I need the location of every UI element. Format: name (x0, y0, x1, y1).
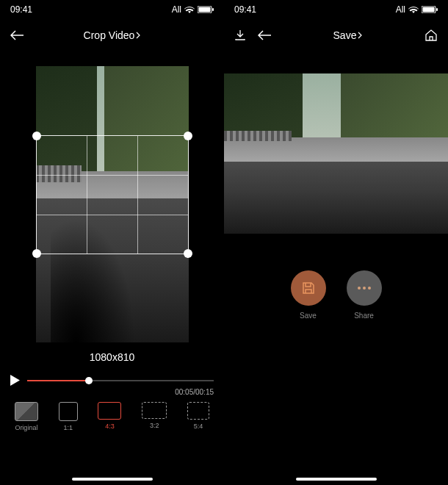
save-result-screen: 09:41 All Save (224, 0, 448, 485)
chevron-right-icon (136, 32, 140, 39)
svg-rect-4 (423, 7, 435, 12)
playback-controls: 00:05/00:15 (0, 375, 224, 386)
svg-point-7 (363, 287, 366, 290)
time-display: 00:05/00:15 (175, 388, 214, 396)
page-title: Save (333, 29, 363, 41)
crop-video-screen: 09:41 All Crop Video (0, 0, 224, 485)
back-icon[interactable] (258, 30, 271, 40)
crop-handle-tl[interactable] (32, 132, 41, 140)
save-button[interactable]: Save (291, 270, 326, 320)
crop-rectangle[interactable] (36, 135, 189, 254)
ratio-3-2[interactable]: 3:2 (142, 402, 167, 431)
carrier-label: All (172, 4, 181, 15)
ratio-4-3[interactable]: 4:3 (98, 402, 121, 431)
wifi-icon (184, 6, 195, 13)
ratio-label: 3:2 (150, 422, 159, 429)
ratio-label: 5:4 (194, 423, 203, 430)
play-icon[interactable] (10, 375, 20, 386)
status-time: 09:41 (10, 4, 32, 15)
chevron-right-icon (358, 32, 362, 39)
back-icon[interactable] (10, 30, 24, 40)
ratio-1-1[interactable]: 1:1 (59, 402, 78, 431)
crop-preview[interactable] (36, 66, 189, 342)
battery-icon (422, 6, 438, 13)
svg-rect-2 (212, 8, 214, 11)
crop-handle-tr[interactable] (184, 132, 192, 140)
scrub-track[interactable] (27, 380, 214, 381)
ratio-5-4[interactable]: 5:4 (187, 402, 209, 431)
status-bar: 09:41 All (0, 0, 224, 19)
status-time: 09:41 (234, 4, 256, 15)
wifi-icon (408, 6, 419, 13)
action-row: Save Share (224, 270, 448, 320)
home-indicator[interactable] (296, 478, 377, 481)
battery-icon (198, 6, 214, 13)
share-label: Share (354, 312, 374, 320)
aspect-ratio-bar: Original 1:1 4:3 3:2 5:4 (0, 402, 224, 431)
svg-point-6 (358, 287, 361, 290)
home-indicator[interactable] (72, 478, 153, 481)
ratio-original[interactable]: Original (15, 402, 38, 431)
status-bar: 09:41 All (224, 0, 448, 19)
home-icon[interactable] (424, 29, 438, 42)
status-right: All (172, 4, 214, 15)
more-icon (356, 286, 372, 290)
download-icon[interactable] (234, 29, 246, 41)
dimensions-label: 1080x810 (0, 351, 224, 363)
save-label: Save (300, 312, 317, 320)
ratio-label: 1:1 (63, 424, 73, 431)
crop-handle-bl[interactable] (32, 249, 41, 258)
svg-point-8 (368, 287, 371, 290)
page-title: Crop Video (84, 29, 141, 41)
ratio-label: 4:3 (105, 423, 115, 430)
floppy-icon (301, 281, 316, 295)
result-preview (224, 73, 448, 234)
svg-rect-1 (199, 7, 211, 12)
svg-rect-5 (436, 8, 438, 11)
share-button[interactable]: Share (347, 270, 382, 320)
nav-bar: Save (224, 19, 448, 51)
ratio-label: Original (15, 424, 37, 431)
scrub-knob[interactable] (85, 377, 93, 384)
nav-bar: Crop Video (0, 19, 224, 51)
status-right: All (396, 4, 438, 15)
carrier-label: All (396, 4, 405, 15)
crop-handle-br[interactable] (184, 249, 192, 258)
